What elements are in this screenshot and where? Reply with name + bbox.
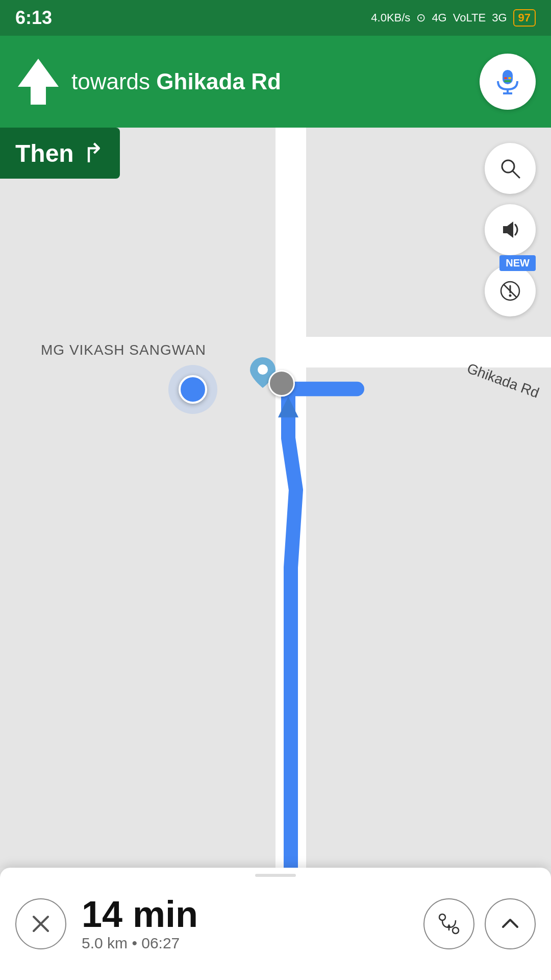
map-area: MG VIKASH SANGWAN Ghikada Rd NEW <box>0 128 551 868</box>
svg-point-19 <box>439 914 445 920</box>
map-report-button[interactable] <box>485 265 536 316</box>
location-label: MG VIKASH SANGWAN <box>41 342 206 358</box>
drag-handle[interactable] <box>255 874 296 877</box>
signal-3g: 3G <box>492 11 507 24</box>
then-banner: Then ↱ <box>0 128 120 179</box>
battery-indicator: 97 <box>513 9 536 27</box>
nav-header: towards Ghikada Rd <box>0 36 551 128</box>
route-path <box>0 128 551 868</box>
trip-details: 5.0 km • 06:27 <box>82 935 408 952</box>
wifi-icon: ⊙ <box>416 11 425 24</box>
svg-rect-5 <box>504 77 507 79</box>
trip-time: 14 min <box>82 896 408 933</box>
new-badge: NEW <box>499 255 536 271</box>
voice-search-button[interactable] <box>480 54 536 110</box>
then-turn-arrow: ↱ <box>82 138 105 168</box>
volte-icon: VoLTE <box>453 11 486 24</box>
nav-direction-text: towards Ghikada Rd <box>61 69 480 94</box>
signal-4g: 4G <box>432 11 446 24</box>
then-label: Then <box>15 139 74 167</box>
route-options-button[interactable] <box>423 898 474 949</box>
svg-rect-6 <box>508 77 511 79</box>
expand-panel-button[interactable] <box>485 898 536 949</box>
user-location-dot <box>179 375 207 404</box>
nav-direction-arrow <box>15 59 61 105</box>
svg-point-15 <box>509 295 512 297</box>
cancel-navigation-button[interactable] <box>15 898 66 949</box>
trip-info: 14 min 5.0 km • 06:27 <box>66 896 423 952</box>
svg-marker-21 <box>447 924 451 927</box>
trip-distance: 5.0 km <box>82 935 128 951</box>
svg-marker-12 <box>503 222 513 238</box>
svg-rect-1 <box>32 101 44 105</box>
status-time: 6:13 <box>15 7 52 29</box>
svg-point-9 <box>258 364 268 375</box>
map-sound-button[interactable] <box>485 204 536 255</box>
svg-line-11 <box>513 171 519 178</box>
separator: • <box>132 935 141 951</box>
trip-eta: 06:27 <box>141 935 180 951</box>
map-search-button[interactable] <box>485 143 536 194</box>
svg-marker-0 <box>18 59 59 105</box>
nav-position-dot <box>268 370 295 397</box>
svg-rect-7 <box>504 80 511 82</box>
network-speed: 4.0KB/s <box>371 11 410 24</box>
direction-prefix: towards <box>71 69 150 94</box>
status-icons: 4.0KB/s ⊙ 4G VoLTE 3G 97 <box>371 9 536 27</box>
status-bar: 6:13 4.0KB/s ⊙ 4G VoLTE 3G 97 <box>0 0 551 36</box>
bottom-panel: 14 min 5.0 km • 06:27 <box>0 868 551 980</box>
road-name: Ghikada Rd <box>156 69 281 94</box>
svg-point-20 <box>453 927 459 934</box>
